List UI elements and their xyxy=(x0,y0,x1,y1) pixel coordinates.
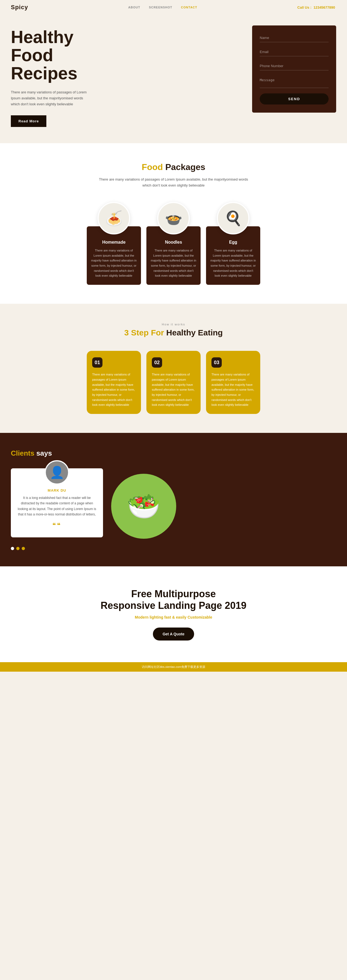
clients-inner: 👤 MARK DU It is a long established fact … xyxy=(11,468,336,539)
contact-form: SEND xyxy=(252,25,336,113)
read-more-button[interactable]: Read More xyxy=(11,115,46,127)
egg-emoji: 🍳 xyxy=(224,210,242,227)
noodles-emoji: 🍲 xyxy=(165,210,182,227)
package-body-homemade: Homemade There are many variations of Lo… xyxy=(87,226,141,285)
step-desc-2: There are many variations of passages of… xyxy=(152,372,195,407)
avatar-placeholder: 👤 xyxy=(50,465,64,479)
nav-logo: Spicy xyxy=(11,4,28,11)
navbar: Spicy ABOUT SCREENSHOT CONTACT Call Us :… xyxy=(0,0,347,14)
step-card-2: 02 There are many variations of passages… xyxy=(146,351,201,414)
clients-title-highlight: Clients xyxy=(11,449,34,457)
phone-field-group xyxy=(260,62,329,70)
hero-title-line3: Recipes xyxy=(11,64,77,83)
clients-title-rest: says xyxy=(34,449,52,457)
package-desc-egg: There are many variations of Lorem ipsum… xyxy=(210,248,256,278)
nav-call: Call Us : 12345677890 xyxy=(297,5,336,10)
package-desc-noodles: There are many variations of Lorem ipsum… xyxy=(151,248,196,278)
call-label: Call Us : xyxy=(297,5,312,10)
testimonial-card: 👤 MARK DU It is a long established fact … xyxy=(11,468,103,538)
packages-section: Food Packages There are many variations … xyxy=(0,143,347,304)
cta-title-line2: Responsive Landing Page 2019 xyxy=(101,600,246,611)
package-card-noodles: 🍲 Noodles There are many variations of L… xyxy=(146,202,201,285)
step-desc-1: There are many variations of passages of… xyxy=(92,372,136,407)
phone-number: 12345677890 xyxy=(313,5,335,10)
package-image-noodles: 🍲 xyxy=(157,202,190,234)
get-quote-button[interactable]: Get A Quote xyxy=(153,627,194,641)
name-field-group xyxy=(260,33,329,42)
package-name-egg: Egg xyxy=(210,240,256,245)
step-number-2: 02 xyxy=(152,357,162,368)
steps-title-rest: Healthy Eating xyxy=(164,328,223,337)
clients-section: Clients says 👤 MARK DU It is a long esta… xyxy=(0,433,347,566)
packages-subtitle: There are many variations of passages of… xyxy=(98,177,249,188)
step-card-1: 01 There are many variations of passages… xyxy=(87,351,141,414)
packages-title-rest: Packages xyxy=(163,162,205,172)
package-name-homemade: Homemade xyxy=(91,240,137,245)
step-number-3: 03 xyxy=(211,357,222,368)
email-input[interactable] xyxy=(260,48,329,56)
package-image-homemade: 🍝 xyxy=(98,202,130,234)
package-image-egg: 🍳 xyxy=(217,202,249,234)
message-field-group xyxy=(260,76,329,88)
steps-grid: 01 There are many variations of passages… xyxy=(11,351,336,414)
hero-left: Healthy Food Recipes There are many vari… xyxy=(11,25,252,127)
nav-links: ABOUT SCREENSHOT CONTACT xyxy=(128,6,197,9)
dot-1[interactable] xyxy=(11,547,14,550)
package-body-noodles: Noodles There are many variations of Lor… xyxy=(146,226,201,285)
phone-input[interactable] xyxy=(260,62,329,70)
steps-title-highlight: 3 Step For xyxy=(124,328,164,337)
nav-link-screenshot[interactable]: SCREENSHOT xyxy=(149,6,172,9)
package-body-egg: Egg There are many variations of Lorem i… xyxy=(206,226,260,285)
steps-title: 3 Step For Healthy Eating xyxy=(11,328,336,337)
name-input[interactable] xyxy=(260,33,329,42)
package-name-noodles: Noodles xyxy=(151,240,196,245)
watermark-text: 访问网址社区bbs.xientao.com免费下载更多资源 xyxy=(142,665,205,668)
hero-section: Healthy Food Recipes There are many vari… xyxy=(0,14,347,143)
step-number-1: 01 xyxy=(92,357,102,368)
steps-section: How it works 3 Step For Healthy Eating 0… xyxy=(0,304,347,433)
how-label: How it works xyxy=(11,323,336,326)
cta-section: Free Multipurpose Responsive Landing Pag… xyxy=(0,566,347,662)
dot-2[interactable] xyxy=(16,547,19,550)
email-field-group xyxy=(260,48,329,56)
packages-grid: 🍝 Homemade There are many variations of … xyxy=(11,202,336,285)
package-card-egg: 🍳 Egg There are many variations of Lorem… xyxy=(206,202,260,285)
homemade-emoji: 🍝 xyxy=(105,210,123,227)
hero-title: Healthy Food Recipes xyxy=(11,28,241,83)
testimonial-dots xyxy=(11,547,336,550)
step-card-3: 03 There are many variations of passages… xyxy=(206,351,260,414)
step-desc-3: There are many variations of passages of… xyxy=(211,372,255,407)
package-card-homemade: 🍝 Homemade There are many variations of … xyxy=(87,202,141,285)
clients-title: Clients says xyxy=(11,449,336,458)
hero-title-line2: Food xyxy=(11,46,53,65)
package-desc-homemade: There are many variations of Lorem ipsum… xyxy=(91,248,137,278)
nav-link-about[interactable]: ABOUT xyxy=(128,6,140,9)
food-plate: 🥗 xyxy=(111,474,176,539)
watermark-bar: 访问网址社区bbs.xientao.com免费下载更多资源 xyxy=(0,662,347,671)
quote-icon: ❝❝ xyxy=(18,522,96,529)
cta-title: Free Multipurpose Responsive Landing Pag… xyxy=(11,588,336,611)
packages-title: Food Packages xyxy=(11,162,336,172)
hero-title-line1: Healthy xyxy=(11,27,74,47)
client-text: It is a long established fact that a rea… xyxy=(18,495,96,517)
hero-description: There are many variations of passages of… xyxy=(11,89,87,107)
packages-title-highlight: Food xyxy=(142,162,163,172)
client-name: MARK DU xyxy=(18,488,96,492)
cta-title-line1: Free Multipurpose xyxy=(131,588,216,599)
avatar-wrap: 👤 xyxy=(45,460,69,485)
message-input[interactable] xyxy=(260,76,329,87)
nav-link-contact[interactable]: CONTACT xyxy=(181,6,197,9)
send-button[interactable]: SEND xyxy=(260,94,329,105)
cta-subtitle: Modern lighting fast & easily Customizab… xyxy=(11,615,336,619)
dot-3[interactable] xyxy=(22,547,25,550)
